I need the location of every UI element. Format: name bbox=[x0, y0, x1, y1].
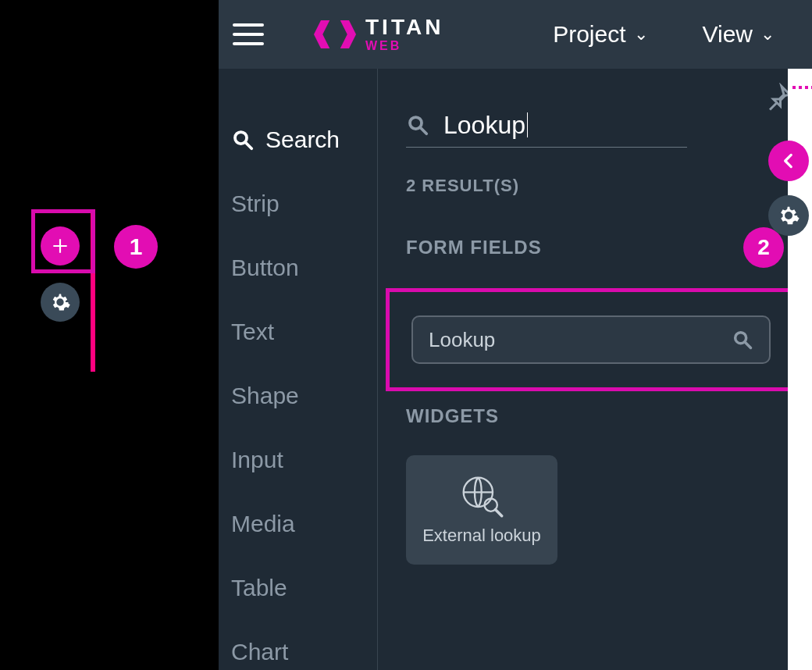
category-input[interactable]: Input bbox=[219, 428, 377, 492]
topbar: TITAN WEB Project ⌄ View ⌄ bbox=[219, 0, 812, 69]
svg-line-1 bbox=[246, 143, 252, 149]
widget-external-lookup[interactable]: External lookup bbox=[406, 455, 557, 565]
collapse-button[interactable] bbox=[768, 141, 809, 181]
search-input[interactable]: Lookup bbox=[406, 108, 687, 148]
brand-subtitle: WEB bbox=[365, 40, 443, 52]
lookup-highlight: Lookup bbox=[386, 288, 796, 391]
brand-logo: TITAN WEB bbox=[314, 13, 443, 55]
callout-2: 2 bbox=[743, 227, 784, 268]
category-strip[interactable]: Strip bbox=[219, 172, 377, 236]
category-list: Search Strip Button Text Shape Input Med… bbox=[219, 69, 378, 670]
search-icon bbox=[231, 128, 255, 151]
panels: Search Strip Button Text Shape Input Med… bbox=[219, 69, 812, 670]
category-text[interactable]: Text bbox=[219, 300, 377, 364]
svg-line-3 bbox=[421, 128, 427, 134]
logo-mark-icon bbox=[314, 13, 356, 55]
widget-label: External lookup bbox=[422, 526, 541, 546]
menu-view-label: View bbox=[703, 21, 753, 48]
menu-project-label: Project bbox=[553, 21, 625, 48]
plus-icon bbox=[50, 236, 70, 256]
chevron-down-icon: ⌄ bbox=[634, 24, 648, 45]
menu-view[interactable]: View ⌄ bbox=[703, 21, 775, 48]
settings-button-right[interactable] bbox=[768, 195, 809, 236]
gear-icon bbox=[49, 291, 71, 313]
results-panel: Lookup 2 RESULT(S) FORM FIELDS 2 Lookup … bbox=[378, 69, 812, 670]
top-menu: Project ⌄ View ⌄ bbox=[553, 21, 775, 48]
canvas-marker bbox=[792, 86, 812, 89]
menu-project[interactable]: Project ⌄ bbox=[553, 21, 647, 48]
globe-search-icon bbox=[460, 474, 504, 518]
left-toolstrip: 1 bbox=[0, 0, 219, 670]
category-media[interactable]: Media bbox=[219, 492, 377, 556]
chevron-left-icon bbox=[778, 151, 799, 171]
results-count: 2 RESULT(S) bbox=[406, 176, 784, 196]
svg-line-5 bbox=[746, 343, 751, 348]
category-chart[interactable]: Chart bbox=[219, 620, 377, 670]
chevron-down-icon: ⌄ bbox=[760, 24, 775, 45]
category-table[interactable]: Table bbox=[219, 556, 377, 620]
category-search-label: Search bbox=[265, 127, 340, 153]
add-element-button[interactable] bbox=[41, 226, 80, 266]
menu-toggle[interactable] bbox=[233, 19, 264, 50]
category-button[interactable]: Button bbox=[219, 236, 377, 300]
app-panel: TITAN WEB Project ⌄ View ⌄ Search Strip … bbox=[219, 0, 812, 670]
brand-title: TITAN bbox=[365, 16, 443, 38]
settings-button-left[interactable] bbox=[41, 283, 80, 322]
gear-icon bbox=[777, 204, 800, 227]
form-fields-label: FORM FIELDS bbox=[406, 237, 542, 258]
search-value: Lookup bbox=[443, 112, 528, 137]
search-icon bbox=[732, 329, 753, 351]
widgets-label: WIDGETS bbox=[406, 405, 784, 427]
category-search[interactable]: Search bbox=[219, 108, 377, 172]
svg-line-8 bbox=[496, 510, 502, 516]
section-form-fields: FORM FIELDS 2 bbox=[406, 227, 784, 268]
callout-1: 1 bbox=[114, 225, 158, 269]
category-shape[interactable]: Shape bbox=[219, 364, 377, 428]
lookup-field-label: Lookup bbox=[429, 328, 495, 352]
lookup-field-item[interactable]: Lookup bbox=[411, 315, 771, 364]
search-icon bbox=[406, 113, 429, 137]
